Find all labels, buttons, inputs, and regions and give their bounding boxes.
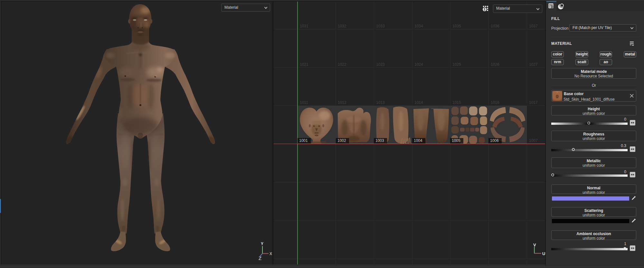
- svg-text:Y: Y: [261, 242, 263, 246]
- svg-text:U: U: [542, 251, 545, 256]
- svg-text:X: X: [270, 252, 272, 256]
- svg-text:Z: Z: [259, 255, 261, 261]
- svg-text:V: V: [533, 243, 536, 247]
